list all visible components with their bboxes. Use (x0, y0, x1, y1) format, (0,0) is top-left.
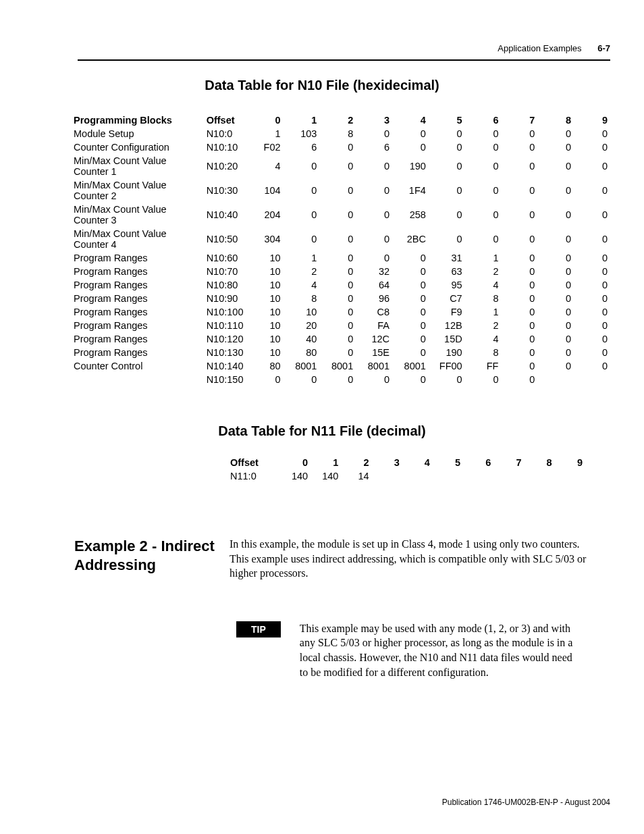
table-cell: 0 (392, 251, 429, 265)
table-cell (526, 469, 556, 483)
table-cell: 2 (284, 265, 320, 278)
table-cell: N10:0 (204, 127, 247, 140)
table-cell: 2 (465, 265, 502, 278)
table-cell: 10 (247, 251, 284, 265)
table-cell: 190 (392, 154, 429, 178)
table1-header-cell: 8 (537, 113, 574, 127)
table-cell: 140 (281, 469, 312, 483)
table-row: Program RangesN10:10010100C80F91000 (71, 305, 610, 319)
table-cell: Counter Control (71, 359, 204, 373)
table-cell: 0 (501, 359, 537, 373)
table-cell: 0 (501, 127, 537, 140)
table-cell: N10:120 (204, 332, 247, 346)
table-cell: 0 (537, 203, 574, 227)
table-cell: 0 (574, 359, 610, 373)
table-cell: N10:20 (204, 154, 247, 178)
tip-block: TIP This example may be used with any mo… (236, 621, 610, 679)
table-cell: 0 (537, 265, 574, 278)
table1-header-cell: 9 (574, 113, 610, 127)
data-table-n10: Programming BlocksOffset0123456789 Modul… (71, 113, 610, 386)
table2-data-row: N11:014014014 (226, 469, 587, 483)
table-cell: 0 (501, 251, 537, 265)
table-cell: 0 (429, 227, 465, 251)
table-cell: 8 (465, 346, 502, 359)
table-cell: 0 (574, 305, 610, 319)
table-cell: 0 (574, 278, 610, 292)
table-cell: Program Ranges (71, 251, 204, 265)
table-cell: Program Ranges (71, 346, 204, 359)
footer-publication: Publication 1746-UM002B-EN-P - August 20… (442, 798, 610, 807)
table-cell: N10:100 (204, 305, 247, 319)
table-cell: FF00 (429, 359, 465, 373)
table-cell: 15E (356, 346, 392, 359)
table-cell: 14 (342, 469, 373, 483)
table-cell: 0 (284, 227, 320, 251)
table-cell: 0 (501, 203, 537, 227)
table-cell: 12C (356, 332, 392, 346)
table-cell (537, 373, 574, 386)
table-cell: 2 (465, 319, 502, 332)
table-cell: 0 (392, 278, 429, 292)
example-heading: Example 2 - Indirect Addressing (74, 537, 230, 574)
tip-text: This example may be used with any mode (… (300, 621, 610, 679)
table-cell: 0 (574, 332, 610, 346)
table-cell: 0 (319, 373, 356, 386)
example-body: In this example, the module is set up in… (230, 537, 610, 581)
table-cell: 0 (574, 154, 610, 178)
table-cell: F02 (247, 140, 284, 154)
table-cell: Min/Max Count Value Counter 2 (71, 178, 204, 203)
table-cell: 0 (319, 154, 356, 178)
table-cell: 10 (247, 305, 284, 319)
table-cell: 0 (319, 305, 356, 319)
table-cell: 140 (312, 469, 342, 483)
table-cell: 10 (247, 332, 284, 346)
table-cell: 0 (392, 319, 429, 332)
table-cell: 0 (319, 203, 356, 227)
table-cell: N10:50 (204, 227, 247, 251)
table-cell: N11:0 (226, 469, 281, 483)
table2-header-cell: 9 (556, 456, 587, 469)
table-cell: N10:90 (204, 292, 247, 305)
table2-header-cell: 2 (342, 456, 373, 469)
table-cell (71, 373, 204, 386)
table2-title: Data Table for N11 File (decimal) (34, 423, 610, 439)
table-row: Counter ControlN10:140808001800180018001… (71, 359, 610, 373)
table-cell: 0 (284, 178, 320, 203)
table-cell: 0 (501, 332, 537, 346)
table-cell: 8001 (284, 359, 320, 373)
table-cell: 0 (537, 359, 574, 373)
table-cell: 0 (319, 140, 356, 154)
table-cell: 0 (501, 278, 537, 292)
table-cell: 0 (537, 278, 574, 292)
table-cell: 204 (247, 203, 284, 227)
table-cell (464, 469, 495, 483)
table-cell: N10:60 (204, 251, 247, 265)
table-cell: Program Ranges (71, 305, 204, 319)
table-row: Program RangesN10:11010200FA012B2000 (71, 319, 610, 332)
table1-wrap: Programming BlocksOffset0123456789 Modul… (71, 113, 610, 386)
table-cell: 0 (319, 332, 356, 346)
table-cell: Program Ranges (71, 278, 204, 292)
table-cell: 0 (501, 305, 537, 319)
table1-header-cell: Programming Blocks (71, 113, 204, 127)
table-row: N10:15000000000 (71, 373, 610, 386)
table-cell: 0 (429, 178, 465, 203)
table-cell: 15D (429, 332, 465, 346)
table-cell: 8 (319, 127, 356, 140)
table-cell: 0 (501, 319, 537, 332)
table-cell: 8001 (356, 359, 392, 373)
table-cell: 0 (537, 319, 574, 332)
table-cell: 10 (247, 265, 284, 278)
table-cell: N10:70 (204, 265, 247, 278)
table-cell (373, 469, 404, 483)
table2-header-cell: 7 (495, 456, 525, 469)
table-cell: Program Ranges (71, 319, 204, 332)
header-rule (78, 59, 610, 61)
table-cell: 0 (392, 305, 429, 319)
table-cell: 1 (284, 251, 320, 265)
table1-header-row: Programming BlocksOffset0123456789 (71, 113, 610, 127)
table1-header-cell: 5 (429, 113, 465, 127)
table-cell: 103 (284, 127, 320, 140)
table-cell: 0 (284, 203, 320, 227)
table2-header-cell: 3 (373, 456, 404, 469)
